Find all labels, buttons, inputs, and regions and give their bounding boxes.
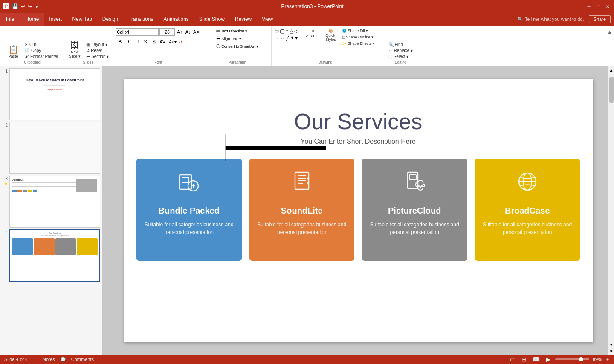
menu-item-design[interactable]: Design — [97, 13, 123, 26]
shape-outline-button[interactable]: ◻Shape Outline ▾ — [340, 35, 377, 40]
slide4-sub: You Can Enter Short Description Here — [10, 234, 99, 237]
share-button[interactable]: Share — [589, 15, 611, 23]
restore-btn[interactable]: ❒ — [595, 3, 601, 9]
rect-shape[interactable]: ▭ — [274, 28, 279, 34]
double-arrow-shape[interactable]: ↔ — [280, 35, 285, 41]
slide3-dot1 — [12, 190, 17, 192]
layout-button[interactable]: ▦ Layout ▾ — [84, 42, 110, 47]
right-tri-shape[interactable]: ◁ — [294, 28, 298, 34]
shape-effects-button[interactable]: ✨Shape Effects ▾ — [340, 41, 377, 46]
find-button[interactable]: 🔍 Find — [387, 42, 414, 47]
ribbon-collapse-icon[interactable]: ▲ — [607, 29, 612, 35]
reading-view-btn[interactable]: 📖 — [531, 356, 541, 363]
format-painter-button[interactable]: 🖌 Format Painter — [23, 54, 60, 59]
slide-img-3[interactable]: About Us — [9, 176, 100, 228]
italic-button[interactable]: I — [125, 38, 132, 46]
slides-group-inner: 🖼 NewSlide ▾ ▦ Layout ▾ ↺ Reset ☰ Sectio… — [66, 28, 110, 59]
service-card-1-desc: Suitable for all categories business and… — [143, 221, 235, 236]
close-btn[interactable]: ✕ — [605, 3, 611, 9]
font-size-decrease-button[interactable]: A↓ — [184, 28, 192, 36]
font-size-increase-button[interactable]: A↑ — [176, 28, 183, 36]
round-rect-shape[interactable]: ▢ — [280, 28, 284, 34]
menu-item-newtab[interactable]: New Tab — [67, 13, 97, 26]
slideshow-btn[interactable]: ▶ — [544, 356, 552, 363]
service-card-3[interactable]: PictureCloud Suitable for all categories… — [362, 159, 467, 261]
menu-item-insert[interactable]: Insert — [44, 13, 67, 26]
menu-item-home[interactable]: Home — [20, 13, 44, 26]
shape-fill-button[interactable]: 🪣Shape Fill ▾ — [340, 28, 377, 33]
menu-item-review[interactable]: Review — [230, 13, 257, 26]
triangle-shape[interactable]: △ — [290, 28, 293, 34]
search-area: 🔍 — [517, 17, 584, 22]
scroll-up-icon[interactable]: ▲ — [608, 66, 614, 74]
new-slide-button[interactable]: 🖼 NewSlide ▾ — [66, 40, 84, 59]
section-button[interactable]: ☰ Section ▾ — [84, 54, 110, 59]
clear-format-button[interactable]: A✕ — [193, 28, 200, 36]
menu-item-transitions[interactable]: Transitions — [123, 13, 158, 26]
undo-icon[interactable]: ↩ — [21, 3, 25, 9]
comments-label[interactable]: Comments — [71, 357, 94, 362]
service-card-3-desc: Suitable for all categories business and… — [369, 221, 460, 236]
drawing-label: Drawing — [319, 60, 333, 65]
font-name-row: A↑ A↓ A✕ — [116, 28, 200, 36]
quick-styles-icon: 🎨 — [328, 29, 333, 33]
quick-styles-button[interactable]: 🎨 QuickStyles — [323, 28, 339, 43]
line-shape[interactable]: ╱ — [286, 35, 289, 41]
slide4-cards — [10, 237, 99, 256]
ribbon-content: 📋 Paste ✂ Cut 📄 Copy 🖌 Format Painter — [0, 26, 614, 66]
underline-button[interactable]: U — [133, 38, 141, 46]
cut-button[interactable]: ✂ Cut — [23, 42, 60, 47]
menu-item-animations[interactable]: Animations — [158, 13, 194, 26]
zoom-slider[interactable] — [555, 358, 589, 360]
char-spacing-button[interactable]: AV — [159, 38, 166, 46]
copy-button[interactable]: 📄 Copy — [23, 48, 60, 53]
menu-item-view[interactable]: View — [257, 13, 278, 26]
slide-thumb-1[interactable]: 1 How To Reuse Slides In PowerPoint ────… — [2, 68, 100, 120]
slide-thumb-2[interactable]: 2 — [2, 122, 100, 174]
bold-button[interactable]: B — [116, 38, 124, 46]
arrange-button[interactable]: ⧉ Arrange — [304, 28, 321, 39]
select-button[interactable]: ⬚ Select ▾ — [387, 54, 414, 59]
shape-fill-icon: 🪣 — [342, 29, 347, 33]
notes-label[interactable]: Notes — [43, 357, 55, 362]
service-card-2[interactable]: SoundLite Suitable for all categories bu… — [249, 159, 355, 261]
save-icon[interactable]: 💾 — [12, 3, 18, 9]
slide-thumb-4[interactable]: 4 Our Services You Can Enter Short Descr… — [2, 229, 100, 282]
copy-icon: 📄 — [25, 48, 30, 53]
menu-item-file[interactable]: File — [0, 13, 20, 26]
fit-to-window-btn[interactable]: ⊞ — [605, 356, 610, 362]
scrollbar[interactable]: ▲ ▼ ▼ — [608, 66, 614, 355]
star-shape[interactable]: ✦ — [290, 35, 294, 41]
font-size-input[interactable] — [159, 28, 175, 36]
more-shapes[interactable]: ▾ — [295, 35, 298, 41]
strikethrough-button[interactable]: S — [142, 38, 149, 46]
service-card-1[interactable]: Bundle Packed Suitable for all categorie… — [136, 159, 242, 261]
slide-thumb-3[interactable]: 3 ★ About Us — [2, 176, 100, 228]
service-card-4[interactable]: BroadCase Suitable for all categories bu… — [475, 159, 580, 261]
redo-icon[interactable]: ↪ — [28, 3, 32, 9]
replace-button[interactable]: ↔ Replace ▾ — [387, 48, 414, 53]
customize-icon[interactable]: ▼ — [35, 4, 39, 9]
slide-2-content — [10, 122, 100, 173]
slide-img-4[interactable]: Our Services You Can Enter Short Descrip… — [9, 229, 100, 282]
slide-canvas[interactable]: Our Services You Can Enter Short Descrip… — [124, 79, 593, 342]
minimize-btn[interactable]: ─ — [586, 3, 592, 9]
arrow-shape[interactable]: → — [274, 35, 279, 41]
menu-item-slideshow[interactable]: Slide Show — [194, 13, 230, 26]
slide-img-2[interactable] — [9, 122, 100, 174]
normal-view-btn[interactable]: ▭ — [509, 356, 517, 363]
shadow-button[interactable]: S — [150, 38, 158, 46]
scroll-dn-icon[interactable]: ▼ — [608, 341, 614, 348]
clipboard-group-inner: 📋 Paste ✂ Cut 📄 Copy 🖌 Format Painter — [4, 28, 60, 59]
slide-sorter-btn[interactable]: ⊞ — [520, 356, 528, 363]
slide-img-1[interactable]: How To Reuse Slides In PowerPoint ──────… — [9, 68, 100, 120]
paste-button[interactable]: 📋 Paste — [4, 44, 22, 59]
search-input[interactable] — [525, 17, 584, 22]
reset-button[interactable]: ↺ Reset — [84, 48, 110, 53]
scroll-dn2-icon[interactable]: ▼ — [608, 348, 614, 355]
font-color-button[interactable]: A — [179, 39, 182, 45]
text-case-button[interactable]: Aa▾ — [169, 40, 176, 44]
oval-shape[interactable]: ○ — [285, 28, 288, 34]
font-name-input[interactable] — [116, 28, 159, 36]
scroll-thumb[interactable] — [609, 77, 614, 103]
